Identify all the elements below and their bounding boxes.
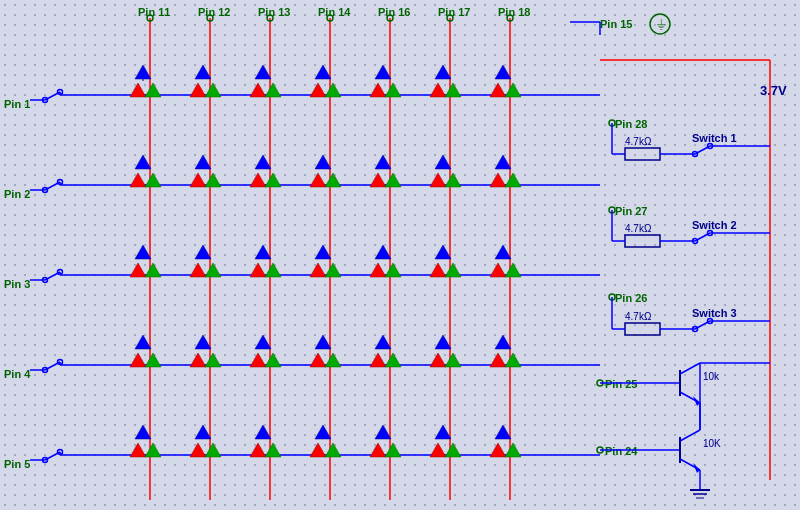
svg-marker-27 (205, 173, 221, 187)
led-cell-r3c7 (490, 245, 521, 277)
svg-marker-42 (505, 173, 521, 187)
svg-marker-45 (145, 263, 161, 277)
svg-marker-80 (430, 353, 446, 367)
svg-marker-12 (325, 83, 341, 97)
tr1-collector (680, 363, 700, 374)
svg-marker-64 (135, 335, 151, 349)
svg-marker-69 (205, 353, 221, 367)
tr2-arrow (693, 463, 700, 473)
svg-marker-39 (445, 173, 461, 187)
svg-marker-89 (190, 443, 206, 457)
svg-marker-10 (315, 65, 331, 79)
svg-marker-8 (250, 83, 266, 97)
svg-marker-87 (145, 443, 161, 457)
svg-marker-58 (435, 245, 451, 259)
voltage-label: 3.7V (760, 83, 787, 98)
led-cell-r1c1 (130, 65, 161, 97)
led-cell-r3c3 (250, 245, 281, 277)
led-cell-r3c2 (190, 245, 221, 277)
led-cell-r2c2 (190, 155, 221, 187)
pin-18-label: Pin 18 (498, 6, 530, 18)
svg-marker-92 (250, 443, 266, 457)
led-cell-r1c3 (250, 65, 281, 97)
svg-marker-72 (265, 353, 281, 367)
led-cell-r3c5 (370, 245, 401, 277)
led-cell-r1c7 (490, 65, 521, 97)
svg-marker-70 (255, 335, 271, 349)
resistor-3-label: 4.7kΩ (625, 311, 652, 322)
led-cell-r4c6 (430, 335, 461, 367)
svg-marker-40 (495, 155, 511, 169)
svg-marker-49 (255, 245, 271, 259)
svg-marker-96 (325, 443, 341, 457)
pin-4-label: Pin 4 (4, 368, 31, 380)
pin-13-label: Pin 13 (258, 6, 290, 18)
svg-marker-17 (430, 83, 446, 97)
led-cell-r3c6 (430, 245, 461, 277)
svg-marker-6 (205, 83, 221, 97)
svg-marker-33 (325, 173, 341, 187)
svg-marker-95 (310, 443, 326, 457)
led-cell-r1c4 (310, 65, 341, 97)
resistor-2-label: 4.7kΩ (625, 223, 652, 234)
svg-marker-79 (435, 335, 451, 349)
led-cell-r5c2 (190, 425, 221, 457)
schematic-canvas: Pin 11 Pin 12 Pin 13 Pin 14 Pin 16 Pin 1… (0, 0, 800, 510)
pin-25-label: Pin 25 (605, 378, 637, 390)
led-cell-r4c3 (250, 335, 281, 367)
pin-5-label: Pin 5 (4, 458, 30, 470)
svg-marker-41 (490, 173, 506, 187)
pin-3-label: Pin 3 (4, 278, 30, 290)
svg-marker-94 (315, 425, 331, 439)
svg-marker-23 (130, 173, 146, 187)
pin-14-label: Pin 14 (318, 6, 351, 18)
svg-marker-104 (490, 443, 506, 457)
svg-marker-18 (445, 83, 461, 97)
pin-27-label: Pin 27 (615, 205, 647, 217)
tr1-arrow (693, 396, 700, 406)
svg-marker-103 (495, 425, 511, 439)
svg-marker-35 (370, 173, 386, 187)
resistor-2-symbol (625, 235, 660, 247)
svg-marker-37 (435, 155, 451, 169)
switch-3-label: Switch 3 (692, 307, 737, 319)
led-cell-r2c3 (250, 155, 281, 187)
svg-marker-84 (505, 353, 521, 367)
pin15-ground-symbol: ⏚ (657, 15, 666, 31)
svg-marker-2 (130, 83, 146, 97)
svg-marker-19 (495, 65, 511, 79)
svg-marker-53 (310, 263, 326, 277)
svg-marker-11 (310, 83, 326, 97)
pin-15-label: Pin 15 (600, 18, 632, 30)
svg-marker-86 (130, 443, 146, 457)
transistor-1-label: 10k (703, 371, 720, 382)
pin-17-label: Pin 17 (438, 6, 470, 18)
svg-marker-44 (130, 263, 146, 277)
led-cell-r1c5 (370, 65, 401, 97)
svg-marker-48 (205, 263, 221, 277)
svg-marker-100 (435, 425, 451, 439)
svg-marker-81 (445, 353, 461, 367)
svg-marker-47 (190, 263, 206, 277)
resistor-1-label: 4.7kΩ (625, 136, 652, 147)
svg-marker-52 (315, 245, 331, 259)
svg-marker-74 (310, 353, 326, 367)
svg-marker-57 (385, 263, 401, 277)
svg-marker-25 (195, 155, 211, 169)
svg-marker-90 (205, 443, 221, 457)
svg-marker-105 (505, 443, 521, 457)
svg-marker-26 (190, 173, 206, 187)
svg-marker-34 (375, 155, 391, 169)
svg-marker-68 (190, 353, 206, 367)
svg-marker-97 (375, 425, 391, 439)
svg-marker-15 (385, 83, 401, 97)
led-cell-r5c5 (370, 425, 401, 457)
led-cell-r5c7 (490, 425, 521, 457)
svg-marker-28 (255, 155, 271, 169)
pin-24-label: Pin 24 (605, 445, 638, 457)
svg-marker-91 (255, 425, 271, 439)
pin-12-label: Pin 12 (198, 6, 230, 18)
svg-marker-93 (265, 443, 281, 457)
led-cell-r4c2 (190, 335, 221, 367)
pin-1-label: Pin 1 (4, 98, 30, 110)
